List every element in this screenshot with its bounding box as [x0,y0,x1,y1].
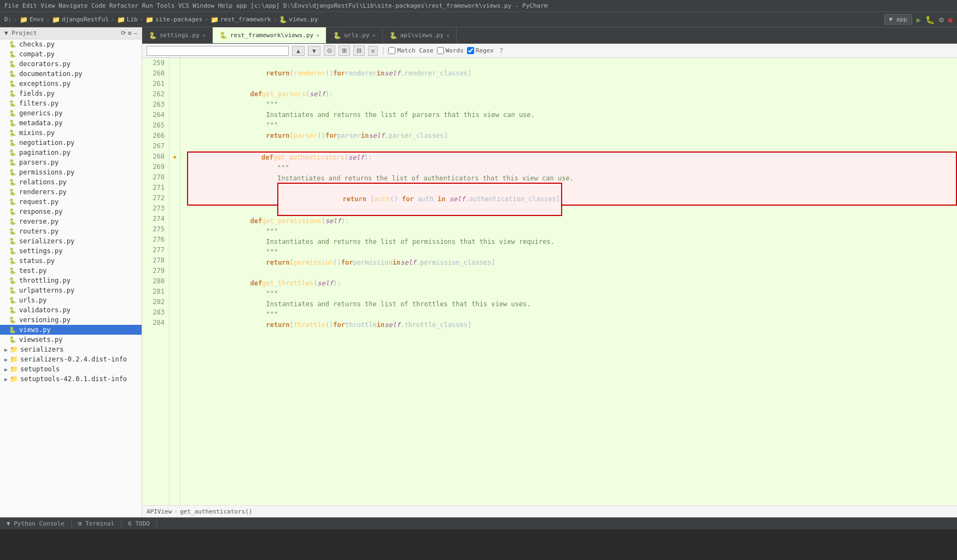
editor-breadcrumb-apiview[interactable]: APIView [147,508,172,515]
folder-setuptools-dist[interactable]: ▶📁setuptools-42.0.1.dist-info [0,374,142,384]
file-routers-py[interactable]: 🐍routers.py [0,226,142,236]
file-viewsets-py[interactable]: 🐍viewsets.py [0,335,142,345]
breadcrumb-lib[interactable]: 📁Lib [117,16,138,24]
find-more-button[interactable]: ⊟ [353,45,365,56]
file-throttling-py[interactable]: 🐍throttling.py [0,276,142,285]
app-run-button[interactable]: ▼ app [884,14,912,25]
sidebar-icons: ⟳ ⚙ — [121,30,137,37]
code-line-275: """ [187,226,957,237]
breadcrumb-envs[interactable]: 📁Envs [20,16,44,24]
find-help-icon[interactable]: ? [499,47,503,55]
file-checks-py[interactable]: 🐍checks.py [0,39,142,49]
file-serializers-py[interactable]: 🐍serializers.py [0,236,142,246]
find-input[interactable] [147,46,289,56]
terminal-tab[interactable]: ⊞ Terminal [72,519,121,528]
minimize-icon[interactable]: — [133,30,137,37]
file-sidebar: ▼ Project ⟳ ⚙ — 🐍checks.py 🐍compat.py 🐍d… [0,27,142,517]
file-compat-py[interactable]: 🐍compat.py [0,49,142,59]
line-numbers: 259 260 261 262 263 264 265 266 267 268 … [142,58,170,505]
file-negotiation-py[interactable]: 🐍negotiation.py [0,138,142,148]
folder-serializers[interactable]: ▶📁serializers [0,345,142,354]
file-fields-py[interactable]: 🐍fields.py [0,89,142,98]
regex-option[interactable]: Regex [467,47,494,54]
sync-icon[interactable]: ⟳ [121,30,126,37]
breadcrumb-bar: D: › 📁Envs › 📁djangoRestFul › 📁Lib › 📁si… [0,12,957,27]
tab-settings-py[interactable]: 🐍 settings.py ✕ [142,27,213,43]
debug-icon[interactable]: 🐛 [925,15,935,24]
settings-icon[interactable]: ⚙ [128,30,132,37]
file-filters-py[interactable]: 🐍filters.py [0,98,142,108]
regex-checkbox[interactable] [467,47,474,54]
gutter: ◆ [170,58,180,505]
file-urlpatterns-py[interactable]: 🐍urlpatterns.py [0,285,142,295]
file-permissions-py[interactable]: 🐍permissions.py [0,167,142,177]
stop-icon[interactable]: ◼ [948,15,953,24]
find-extra-button[interactable]: ≡ [368,46,378,56]
match-case-checkbox[interactable] [388,47,395,54]
python-console-tab[interactable]: ▼ Python Console [0,519,72,528]
match-case-option[interactable]: Match Case [388,47,433,54]
todo-tab[interactable]: 6 TODO [121,519,157,528]
file-mixins-py[interactable]: 🐍mixins.py [0,128,142,138]
breadcrumb-site-packages[interactable]: 📁site-packages [145,16,202,24]
code-line-266: return [parser() for parser in self.pars… [187,131,957,141]
highlight-block-outer: def get_authenticators(self): """ Instan… [187,151,957,206]
file-validators-py[interactable]: 🐍validators.py [0,305,142,315]
find-prev-button[interactable]: ▲ [292,46,305,56]
code-line-280: def get_throttles(self): [187,278,957,289]
menu-text: File Edit View Navigate Code Refactor Ru… [4,2,547,9]
tab-close-settings[interactable]: ✕ [202,32,206,38]
breadcrumb-views-py[interactable]: 🐍views.py [279,16,318,24]
code-line-268: def get_authenticators(self): [188,153,956,163]
file-test-py[interactable]: 🐍test.py [0,266,142,276]
words-checkbox[interactable] [437,47,444,54]
tab-close-api-views[interactable]: ✕ [446,32,450,38]
code-line-281: """ [187,289,957,299]
file-parsers-py[interactable]: 🐍parsers.py [0,158,142,167]
file-pagination-py[interactable]: 🐍pagination.py [0,148,142,158]
tab-views-py[interactable]: 🐍 rest_framework\views.py ✕ [213,27,326,43]
file-decorators-py[interactable]: 🐍decorators.py [0,59,142,69]
file-renderers-py[interactable]: 🐍renderers.py [0,187,142,197]
folder-setuptools[interactable]: ▶📁setuptools [0,364,142,374]
attach-icon[interactable]: ⚙ [939,15,943,24]
file-metadata-py[interactable]: 🐍metadata.py [0,118,142,128]
file-versioning-py[interactable]: 🐍versioning.py [0,315,142,325]
file-reverse-py[interactable]: 🐍reverse.py [0,217,142,226]
code-line-277: """ [187,247,957,258]
tab-close-urls[interactable]: ✕ [372,32,376,38]
code-line-261 [187,79,957,89]
tab-api-views-py[interactable]: 🐍 api\views.py ✕ [383,27,457,43]
breadcrumb-djangorestful[interactable]: 📁djangoRestFul [52,16,109,24]
folder-serializers-dist[interactable]: ▶📁serializers-0.2.4.dist-info [0,354,142,364]
file-settings-py[interactable]: 🐍settings.py [0,246,142,256]
file-views-py[interactable]: 🐍views.py [0,325,142,335]
tab-urls-py[interactable]: 🐍 urls.py ✕ [326,27,382,43]
find-cursor-button[interactable]: ⊙ [324,45,335,56]
editor-breadcrumb-get-authenticators[interactable]: get_authenticators() [180,508,252,515]
breadcrumb-d[interactable]: D: [4,16,11,23]
file-exceptions-py[interactable]: 🐍exceptions.py [0,79,142,89]
file-request-py[interactable]: 🐍request.py [0,197,142,207]
code-editor[interactable]: 259 260 261 262 263 264 265 266 267 268 … [142,58,957,505]
find-next-button[interactable]: ▼ [308,46,320,56]
code-line-283: """ [187,310,957,320]
file-response-py[interactable]: 🐍response.py [0,207,142,217]
code-line-282: Instantiates and returns the list of thr… [187,299,957,310]
breadcrumb-rest-framework[interactable]: 📁rest_framework [211,16,271,24]
file-documentation-py[interactable]: 🐍documentation.py [0,69,142,79]
file-relations-py[interactable]: 🐍relations.py [0,177,142,187]
file-urls-py[interactable]: 🐍urls.py [0,295,142,305]
code-line-273 [187,206,957,216]
file-generics-py[interactable]: 🐍generics.py [0,108,142,118]
bookmark-268: ◆ [173,151,176,162]
find-filter-button[interactable]: ⊞ [339,45,350,56]
code-line-265: """ [187,120,957,131]
words-option[interactable]: Words [437,47,464,54]
run-icon[interactable]: ▶ [917,15,921,24]
code-content[interactable]: return [renderer() for renderer in self.… [180,58,957,505]
code-line-276: Instantiates and returns the list of per… [187,237,957,247]
tab-close-views[interactable]: ✕ [316,32,319,38]
file-status-py[interactable]: 🐍status.py [0,256,142,266]
code-line-269: """ [188,163,956,173]
